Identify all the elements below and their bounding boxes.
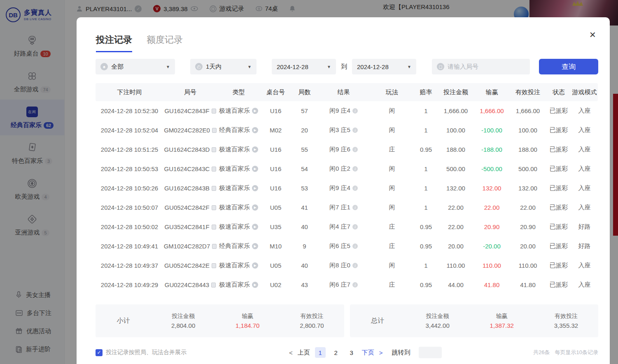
per-page: 每页显示10条记录 [555,349,598,356]
table-row: 2024-12-28 10:50:02GU3524C2841F极速百家乐▶U35… [96,217,598,236]
cell-table-no: U16 [260,107,291,114]
cell-table-no: M02 [260,127,291,134]
cell-valid-bet: 188.00 [509,146,546,153]
cell-round-id: GM1024C282D7 [163,243,217,250]
play-icon[interactable]: ▶ [252,108,258,114]
round-id-placeholder: 请输入局号 [448,63,478,71]
cell-play: 庄 [369,146,415,153]
info-icon[interactable]: i [352,224,358,230]
info-icon[interactable]: i [352,108,358,114]
cell-game-mode: 入座 [571,126,598,134]
cell-play: 闲 [369,126,415,134]
cell-game-type: 极速百家乐▶ [217,107,260,115]
play-icon[interactable]: ▶ [252,243,258,249]
total-valid-value: 3,355.32 [534,322,598,329]
info-icon[interactable]: i [352,205,358,210]
play-icon[interactable]: ▶ [252,146,258,153]
prev-page-button[interactable]: 上页 [298,349,310,357]
copy-icon[interactable] [212,109,216,114]
date-to-label: 到 [341,63,347,71]
cell-bet-amount: 22.00 [437,204,474,211]
subtotal-valid-value: 2,800.70 [280,322,344,329]
info-icon[interactable]: i [352,185,358,191]
copy-icon[interactable] [212,186,216,191]
play-icon[interactable]: ▶ [252,262,258,269]
copy-icon[interactable] [212,147,216,152]
subtotal-winloss-label: 输赢 [215,313,280,320]
cell-round-id: GU0524C2842E [163,262,217,269]
next-page-button[interactable]: 下页 [362,349,374,357]
chevron-down-icon: ▼ [247,65,252,69]
cell-winloss: -20.00 [474,243,509,250]
page-button-1[interactable]: 1 [315,347,326,358]
info-icon[interactable]: i [352,147,358,152]
round-id-input[interactable]: ◻ 请输入局号 [432,59,530,74]
play-icon[interactable]: ▶ [252,224,258,230]
page-button-2[interactable]: 2 [331,347,341,358]
next-arrow-icon[interactable]: > [379,349,383,356]
date-to-picker[interactable]: 2024-12-28 ▼ [352,59,416,74]
cell-result: 闲6 庄7i [318,281,369,289]
cell-winloss: 110.00 [474,262,509,269]
cell-bet-amount: 132.00 [437,185,474,192]
date-from-picker[interactable]: 2024-12-28 ▼ [272,59,336,74]
subtotal-winloss-value: 1,184.70 [215,322,280,329]
round-id-icon: ◻ [437,63,444,70]
copy-icon[interactable] [212,225,216,230]
info-icon[interactable]: i [352,128,358,133]
cell-status: 已派彩 [546,242,571,250]
cell-play: 庄 [369,281,415,289]
records-count-info: 共26条 每页显示10条记录 [533,349,598,356]
chevron-down-icon: ▼ [327,65,331,69]
search-button[interactable]: 查询 [539,59,598,74]
play-icon[interactable]: ▶ [252,127,258,133]
play-icon[interactable]: ▶ [252,166,258,172]
cell-bet-time: 2024-12-28 10:50:53 [96,165,163,172]
info-icon[interactable]: i [352,263,358,268]
summary-bar: 小计 投注金额2,804.00 输赢1,184.70 有效投注2,800.70 … [96,304,598,337]
jump-to-input[interactable] [419,347,442,358]
cell-odds: 0.95 [415,223,437,230]
tab-quota-records[interactable]: 额度记录 [147,34,183,52]
cell-odds: 1 [415,185,437,192]
info-icon[interactable]: i [352,282,358,287]
cell-valid-bet: 20.00 [509,243,546,250]
subtotal-valid-label: 有效投注 [280,313,344,320]
cell-play: 闲 [369,165,415,173]
play-icon[interactable]: ▶ [252,282,258,288]
cell-round-id: GU3524C2841F [163,223,217,230]
merge-checkbox[interactable]: ✓ [96,349,103,356]
cell-round-count: 40 [291,223,318,230]
page-button-3[interactable]: 3 [346,347,357,358]
close-icon[interactable]: × [590,29,596,40]
copy-icon[interactable] [212,205,216,210]
copy-icon[interactable] [211,283,216,287]
filter-bar: ♠ 全部 ▼ ◴ 1天内 ▼ 2024-12-28 ▼ 到 2024-12-28… [96,59,598,74]
info-icon[interactable]: i [352,166,358,172]
time-range-select[interactable]: ◴ 1天内 ▼ [190,59,257,74]
cell-game-type: 极速百家乐▶ [217,204,260,211]
cell-status: 已派彩 [546,184,571,192]
info-icon[interactable]: i [352,243,358,249]
cell-valid-bet: 500.00 [509,165,546,172]
cell-play: 闲 [369,204,415,211]
cell-game-mode: 入座 [571,184,598,192]
cell-play: 庄 [369,242,415,250]
tab-bet-records[interactable]: 投注记录 [96,34,132,52]
cell-table-no: U35 [260,223,291,230]
cell-status: 已派彩 [546,204,571,211]
header-cell: 投注金额 [437,88,474,96]
copy-icon[interactable] [212,263,216,268]
cell-winloss: -188.00 [474,146,509,153]
copy-icon[interactable] [212,167,216,172]
prev-arrow-icon[interactable]: < [289,349,293,356]
cell-bet-amount: 44.00 [437,281,474,288]
play-icon[interactable]: ▶ [252,185,258,191]
play-icon[interactable]: ▶ [252,204,258,211]
category-select[interactable]: ♠ 全部 ▼ [96,59,175,74]
cell-bet-amount: 22.00 [437,223,474,230]
copy-icon[interactable] [212,244,217,249]
copy-icon[interactable] [212,128,217,133]
header-cell: 类型 [217,88,260,96]
cell-bet-time: 2024-12-28 10:51:25 [96,146,163,153]
